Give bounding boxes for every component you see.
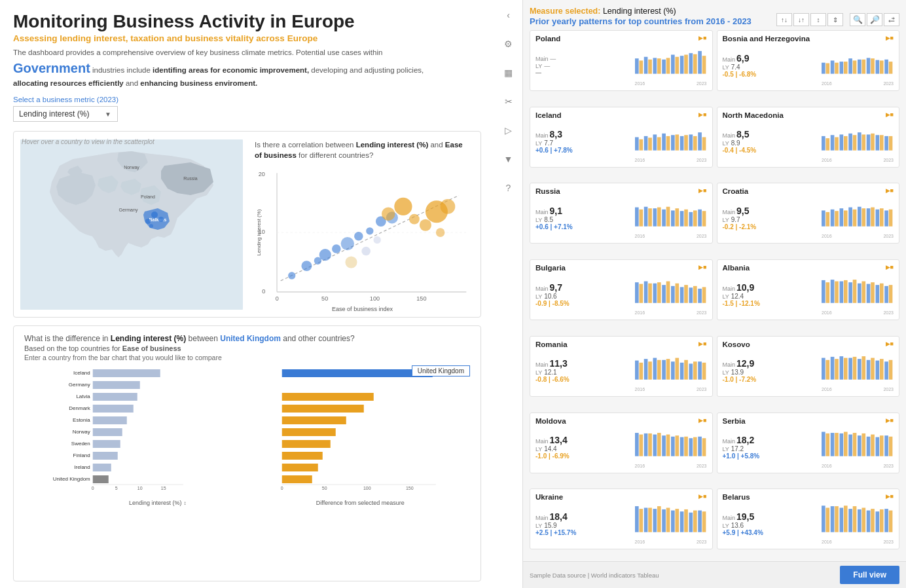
svg-rect-192: [684, 285, 688, 303]
svg-rect-126: [675, 134, 679, 150]
svg-text:Germany: Germany: [69, 382, 90, 388]
sidebar-chart-icon[interactable]: ▦: [500, 64, 517, 81]
svg-text:0: 0: [280, 486, 283, 490]
card-country: Albania: [723, 264, 750, 272]
year-start: 2016: [635, 234, 645, 238]
svg-rect-249: [653, 434, 657, 456]
sort-desc-btn[interactable]: ↓↑: [793, 13, 809, 26]
card-icons[interactable]: ▶■: [698, 340, 706, 347]
sidebar-collapse-icon[interactable]: ‹: [500, 7, 517, 24]
svg-rect-76: [281, 440, 330, 448]
svg-rect-64: [93, 475, 109, 483]
card-stats: Main18,2 LY 17.2 +1.0 | +5.8%: [723, 426, 760, 469]
svg-rect-145: [876, 135, 880, 150]
svg-rect-106: [844, 62, 848, 74]
svg-rect-100: [702, 56, 706, 74]
card-icons[interactable]: ▶■: [886, 340, 894, 347]
svg-rect-167: [831, 210, 835, 227]
svg-rect-289: [689, 513, 693, 532]
card-icons[interactable]: ▶■: [886, 35, 894, 41]
sidebar-filter-icon[interactable]: ✂: [500, 93, 517, 110]
svg-text:United Kingdom: United Kingdom: [53, 476, 90, 482]
svg-rect-224: [684, 360, 688, 380]
desc-plain1: developing and adjusting policies,: [311, 66, 424, 74]
sort-alt-btn[interactable]: ↕: [810, 13, 826, 26]
charts-header: Measure selected: Lending interest (%) P…: [530, 7, 899, 26]
europe-map[interactable]: Norway Poland Germany Balkans Russia: [20, 139, 243, 310]
scatter-chart[interactable]: 20 10 0 0 50 100 150 Ease of business in…: [255, 164, 470, 316]
svg-rect-160: [684, 210, 688, 227]
card-icons[interactable]: ▶■: [698, 187, 706, 194]
sort-custom-btn[interactable]: ⇕: [827, 13, 843, 26]
svg-rect-117: [635, 137, 639, 150]
svg-rect-90: [657, 58, 661, 73]
card-stats: Main8,3 LY 7.7 +0.6 | +7.8%: [535, 120, 573, 163]
svg-point-42: [345, 257, 357, 268]
year-start: 2016: [822, 540, 832, 544]
full-view-button[interactable]: Full view: [840, 566, 899, 584]
card-icons[interactable]: ▶■: [886, 187, 894, 194]
svg-rect-179: [884, 211, 888, 227]
card-icons[interactable]: ▶■: [886, 264, 894, 270]
stat-diff: —: [535, 69, 556, 76]
svg-rect-299: [848, 509, 852, 532]
svg-rect-177: [876, 210, 880, 227]
sidebar-funnel-icon[interactable]: ▼: [500, 151, 517, 168]
stat-diff: -0.5 | -6.8%: [723, 71, 757, 78]
card-icons[interactable]: ▶■: [698, 111, 706, 118]
card-icons[interactable]: ▶■: [886, 493, 894, 500]
svg-rect-70: [281, 369, 432, 377]
card-icons[interactable]: ▶■: [698, 417, 706, 424]
mini-bar-chart: [635, 273, 707, 309]
svg-point-35: [382, 208, 395, 221]
svg-rect-225: [689, 363, 693, 379]
year-end: 2023: [883, 310, 894, 315]
card-icons[interactable]: ▶■: [698, 493, 706, 500]
uk-input-box[interactable]: United Kingdom: [412, 365, 470, 377]
stat-main: Main13,4: [535, 435, 570, 445]
svg-rect-282: [657, 506, 661, 532]
svg-rect-218: [657, 360, 661, 380]
svg-text:Norway: Norway: [124, 165, 139, 170]
svg-rect-219: [662, 360, 666, 380]
metric-select[interactable]: Lending interest (%): [13, 106, 118, 122]
year-end: 2023: [883, 81, 894, 86]
svg-rect-95: [680, 56, 683, 74]
year-start: 2016: [822, 464, 832, 468]
sidebar-settings-icon[interactable]: ⚙: [500, 35, 517, 52]
svg-rect-91: [662, 60, 666, 74]
sort-asc-btn[interactable]: ↑↓: [776, 13, 792, 26]
stat-main: Main9,5: [723, 206, 757, 216]
card-icons[interactable]: ▶■: [886, 111, 894, 118]
expand-btn[interactable]: ⥄: [884, 13, 899, 26]
svg-rect-247: [643, 433, 647, 456]
year-end: 2023: [697, 81, 707, 86]
right-content: Measure selected: Lending interest (%) P…: [523, 0, 906, 588]
svg-rect-187: [662, 285, 666, 303]
svg-rect-253: [671, 436, 675, 456]
card-icons[interactable]: ▶■: [886, 417, 894, 424]
svg-rect-114: [880, 60, 884, 73]
svg-rect-128: [684, 135, 688, 150]
year-start: 2016: [822, 234, 832, 238]
sidebar-tag-icon[interactable]: ▷: [500, 122, 517, 139]
country-card: Ukraine ▶■ Main18,4 LY 15.9 +2.5 | +15.7…: [530, 488, 713, 549]
sidebar-help-icon[interactable]: ?: [500, 179, 517, 196]
right-bar-chart: United Kingdom 0 50: [251, 365, 471, 503]
right-bars-svg: 0 50 100 150: [251, 365, 471, 490]
svg-rect-85: [635, 58, 639, 73]
bar-section-title: What is the difference in Lending intere…: [24, 334, 470, 343]
zoom-out-btn[interactable]: 🔎: [867, 13, 882, 26]
svg-point-32: [366, 228, 373, 235]
card-icons[interactable]: ▶■: [698, 264, 706, 270]
svg-rect-132: [702, 137, 706, 150]
year-end: 2023: [697, 540, 707, 544]
card-icons[interactable]: ▶■: [698, 35, 706, 41]
svg-rect-116: [889, 62, 893, 74]
card-stats: Main6,9 LY 7.4 -0.5 | -6.8%: [723, 44, 757, 86]
svg-rect-275: [884, 435, 888, 456]
desc-prefix: The dashboard provides a comprehensive o…: [13, 48, 382, 56]
card-country: Ukraine: [535, 493, 563, 501]
zoom-in-btn[interactable]: 🔍: [850, 13, 865, 26]
svg-rect-241: [876, 360, 880, 379]
